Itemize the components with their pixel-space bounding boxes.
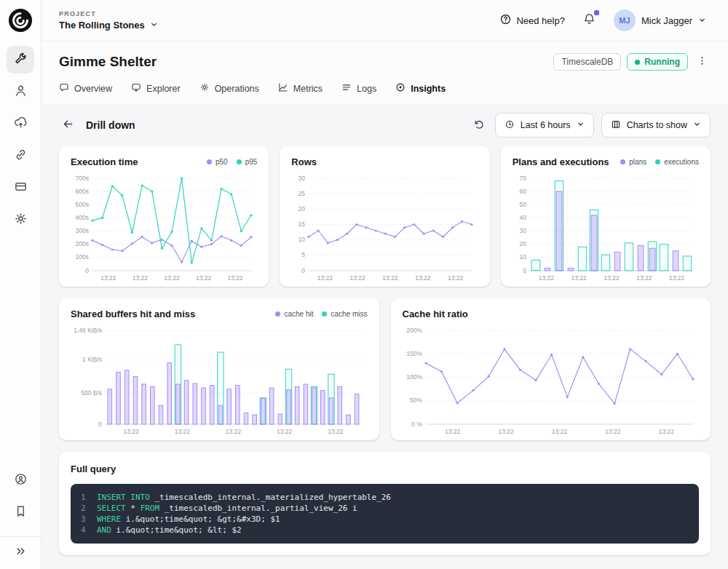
notifications-button[interactable]	[581, 11, 598, 30]
sidebar-expand-button[interactable]	[12, 542, 30, 562]
sidebar-item-settings[interactable]	[7, 206, 34, 234]
user-name: Mick Jagger	[641, 15, 692, 26]
sidebar-item-services[interactable]	[7, 46, 34, 73]
sidebar-item-billing[interactable]	[7, 174, 34, 202]
timescale-logo[interactable]	[8, 8, 33, 33]
legend-dot	[237, 159, 242, 164]
notification-badge	[594, 10, 599, 15]
sidebar-item-support[interactable]	[7, 466, 34, 494]
sidebar-bottom	[0, 466, 41, 569]
chart-title: Shared buffers hit and miss	[71, 309, 195, 319]
page-title: Gimme Shelter	[59, 54, 157, 70]
svg-text:70: 70	[519, 175, 526, 182]
sidebar-item-people[interactable]	[7, 78, 34, 106]
chart-title: Plans and executions	[513, 156, 609, 167]
speech-bubble-icon	[59, 82, 69, 95]
legend-dot	[620, 159, 625, 164]
question-circle-icon	[499, 13, 512, 28]
svg-text:13:22: 13:22	[164, 274, 180, 282]
svg-text:30: 30	[519, 227, 526, 234]
svg-text:13:22: 13:22	[350, 274, 366, 282]
sidebar-nav	[7, 46, 34, 234]
cloud-upload-icon	[14, 116, 28, 132]
legend-item-executions[interactable]: executions	[655, 158, 699, 166]
svg-text:13:22: 13:22	[277, 428, 293, 435]
svg-text:13:22: 13:22	[196, 274, 212, 282]
top-header: PROJECT The Rolling Stones	[41, 0, 728, 41]
refresh-icon	[473, 119, 485, 132]
full-query-card: Full query 1INSERT INTO _timescaledb_int…	[59, 452, 711, 555]
legend-item-p95[interactable]: p95	[237, 158, 258, 166]
svg-text:0: 0	[302, 267, 306, 274]
sidebar-item-cloud[interactable]	[7, 110, 34, 138]
columns-icon	[611, 119, 621, 132]
legend-item-cache-hit[interactable]: cache hit	[275, 310, 313, 318]
project-label: PROJECT	[59, 10, 158, 17]
rows-chart: 30252015105013:2213:2213:2213:2213:22	[291, 173, 478, 282]
svg-text:500 B/s: 500 B/s	[81, 389, 102, 397]
gear-icon	[199, 82, 210, 95]
time-range-select[interactable]: Last 6 hours	[495, 113, 594, 138]
insights-content: Drill down	[41, 104, 728, 569]
gear-icon	[14, 212, 28, 228]
svg-text:200%: 200%	[406, 327, 422, 334]
credit-card-icon	[14, 180, 28, 196]
tab-metrics[interactable]: Metrics	[278, 82, 323, 95]
svg-text:13:22: 13:22	[328, 428, 344, 435]
list-lines-icon	[341, 82, 352, 95]
legend: plans executions	[620, 156, 699, 166]
legend-item-cache-miss[interactable]: cache miss	[322, 310, 367, 318]
need-help-button[interactable]: Need help?	[495, 12, 569, 28]
line-chart-icon	[278, 82, 288, 95]
tab-logs[interactable]: Logs	[341, 82, 376, 95]
support-icon	[14, 472, 28, 488]
execution-time-chart: 700s600s500s400s300s200s100s013:2213:221…	[71, 173, 257, 282]
code-line: 4AND i.&quot;time&quot; &lt; $2	[81, 525, 689, 536]
back-button[interactable]	[59, 115, 77, 135]
charts-to-show-select[interactable]: Charts to show	[601, 113, 711, 138]
avatar: MJ	[614, 9, 636, 31]
project-selector[interactable]: PROJECT The Rolling Stones	[59, 10, 158, 31]
tab-insights[interactable]: Insights	[395, 82, 446, 95]
legend-dot	[207, 159, 212, 164]
cache-hit-ratio-chart: 200%150%100%50%0 %13:2213:2213:2213:2213…	[403, 325, 699, 436]
svg-text:150%: 150%	[406, 350, 422, 357]
target-icon	[395, 82, 405, 95]
timescale-logo-icon	[8, 8, 33, 33]
legend-item-p50[interactable]: p50	[207, 158, 228, 166]
service-menu-button[interactable]	[694, 52, 711, 71]
tab-explorer[interactable]: Explorer	[131, 82, 181, 95]
link-icon	[14, 148, 28, 164]
svg-text:13:22: 13:22	[605, 428, 621, 435]
monitor-icon	[131, 82, 141, 95]
user-menu[interactable]: MJ Mick Jagger	[609, 9, 711, 32]
code-line: 1INSERT INTO _timescaledb_internal._mate…	[81, 492, 689, 503]
refresh-button[interactable]	[470, 116, 488, 135]
chart-title: Execution time	[71, 156, 138, 167]
drilldown-title: Drill down	[86, 119, 135, 131]
legend-item-plans[interactable]: plans	[620, 158, 646, 166]
svg-text:10: 10	[298, 236, 306, 243]
code-line: 3WHERE i.&quot;time&quot; &gt;&#x3D; $1	[81, 514, 689, 525]
chevron-down-icon	[693, 120, 701, 130]
clock-icon	[505, 119, 515, 132]
svg-text:600s: 600s	[76, 188, 89, 195]
svg-text:100%: 100%	[406, 373, 422, 381]
svg-text:5: 5	[302, 251, 306, 258]
project-name: The Rolling Stones	[59, 20, 145, 31]
svg-text:13:22: 13:22	[132, 274, 149, 282]
sidebar-item-integrations[interactable]	[7, 142, 34, 170]
sidebar	[0, 0, 41, 569]
sidebar-item-bookmarks[interactable]	[7, 498, 34, 526]
time-range-value: Last 6 hours	[521, 120, 571, 130]
tab-overview[interactable]: Overview	[59, 82, 112, 95]
tab-operations[interactable]: Operations	[199, 82, 259, 95]
svg-text:13:22: 13:22	[415, 274, 431, 282]
code-line: 2SELECT * FROM _timescaledb_internal._pa…	[81, 503, 689, 514]
chevron-down-icon	[577, 120, 585, 130]
page-head: Gimme Shelter TimescaleDB Running	[41, 41, 728, 104]
svg-text:200s: 200s	[76, 240, 89, 247]
svg-text:13:22: 13:22	[123, 428, 139, 435]
person-icon	[14, 84, 28, 100]
status-badge: Running	[627, 53, 688, 71]
